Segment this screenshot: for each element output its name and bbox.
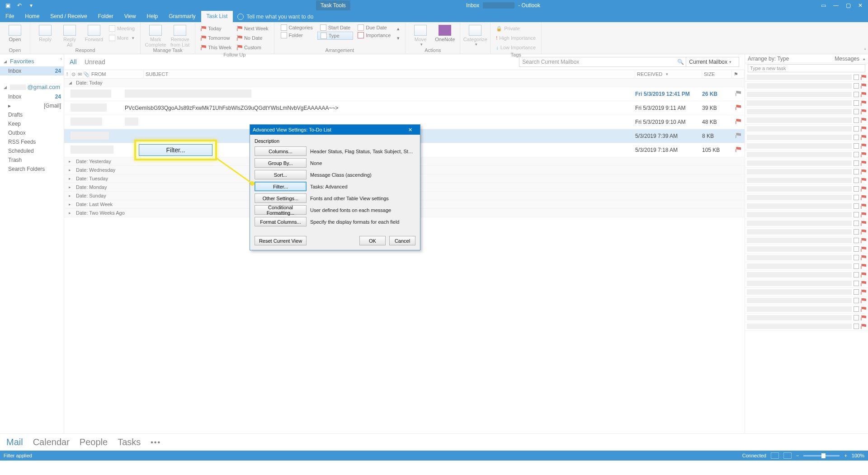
advanced-view-settings-dialog: Advanced View Settings: To-Do List ✕ Des… bbox=[250, 124, 420, 250]
callout-highlight: Filter... bbox=[134, 140, 217, 160]
dialog-row-desc: Fonts and other Table View settings bbox=[310, 196, 415, 201]
dialog-description-label: Description bbox=[255, 138, 415, 144]
cancel-button[interactable]: Cancel bbox=[389, 236, 415, 245]
dialog-conditional-formatting-button[interactable]: Conditional Formatting... bbox=[255, 205, 307, 215]
dialog-sort-button[interactable]: Sort... bbox=[255, 170, 307, 179]
reset-current-view-button[interactable]: Reset Current View bbox=[255, 236, 307, 245]
dialog-row-desc: User defined fonts on each message bbox=[310, 207, 415, 213]
dialog-format-columns-button[interactable]: Format Columns... bbox=[255, 217, 307, 226]
dialog-row-desc: Header Status, Flag Status, Task Subject… bbox=[310, 149, 415, 154]
dialog-row-desc: Specify the display formats for each fie… bbox=[310, 219, 415, 225]
dialog-filter-button[interactable]: Filter... bbox=[255, 182, 307, 191]
callout-filter-button: Filter... bbox=[139, 144, 212, 156]
dialog-title-bar[interactable]: Advanced View Settings: To-Do List ✕ bbox=[250, 125, 420, 135]
dialog-title: Advanced View Settings: To-Do List bbox=[253, 127, 331, 132]
dialog-columns-button[interactable]: Columns... bbox=[255, 146, 307, 156]
ok-button[interactable]: OK bbox=[359, 236, 386, 245]
dialog-row-desc: None bbox=[310, 160, 415, 166]
dialog-row-desc: Tasks: Advanced bbox=[310, 184, 415, 189]
dialog-row-desc: Message Class (ascending) bbox=[310, 172, 415, 178]
dialog-other-settings-button[interactable]: Other Settings... bbox=[255, 193, 307, 203]
dialog-group-by-button[interactable]: Group By... bbox=[255, 158, 307, 168]
dialog-close-icon[interactable]: ✕ bbox=[403, 127, 417, 133]
modal-overlay bbox=[0, 0, 868, 475]
